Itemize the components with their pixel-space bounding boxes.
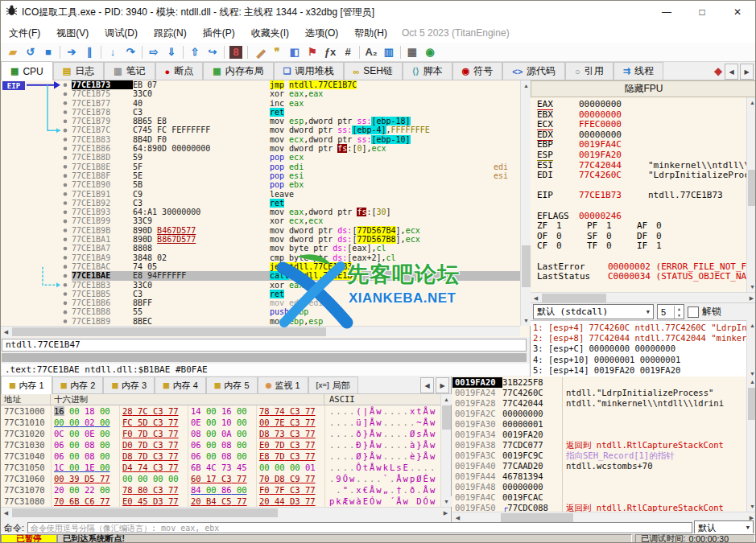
disasm-row[interactable]: 77CE1BAEE8 94FFFFFFcall ntdll.77CE1B47 — [1, 271, 520, 280]
dump-row[interactable]: 77C3104006 00 08 00D8 7D C3 7706 00 08 0… — [1, 450, 440, 462]
disasm-row[interactable]: 77CE1B9933C9xor ecx,ecx — [1, 216, 520, 225]
stack-row[interactable]: 0019FA3000000001 — [452, 419, 746, 430]
menu-item[interactable]: 跟踪(N) — [146, 27, 195, 40]
menu-item[interactable]: 文件(F) — [1, 27, 48, 40]
font-icon[interactable]: A₂ — [362, 44, 380, 60]
disasm-vscrollbar[interactable]: ▲▼ — [520, 80, 531, 326]
dump-scroll-right-button[interactable]: ▶ — [436, 377, 449, 393]
menu-item[interactable]: 选项(O) — [297, 27, 346, 40]
dump-row[interactable]: 77C310200C 00 0E 00F0 7D C3 7708 00 0A 0… — [1, 428, 440, 439]
register-row[interactable]: ZF1PF1AF0 — [537, 221, 746, 232]
register-row[interactable]: ECXFFEC0000 — [537, 120, 746, 130]
restart-icon[interactable]: ↺ — [22, 44, 39, 60]
register-row[interactable]: EIP77CE1B73ntdll.77CE1B73 — [537, 191, 746, 201]
dump-row[interactable]: 77C3108070 6B C6 77E0 45 D3 7720 B4 C5 7… — [1, 496, 440, 507]
calculator-icon[interactable]: ▦ — [403, 44, 421, 60]
stack-row[interactable]: 0019FA340019FA20 — [452, 430, 746, 440]
run-to-user-code-icon[interactable]: ↪ — [204, 44, 221, 60]
tab-log[interactable]: ▤日志 — [53, 62, 104, 80]
register-row[interactable]: EDX00000000 — [537, 130, 746, 141]
argument-row[interactable]: 3: [esp+C] 00000000 00000000 — [533, 343, 746, 354]
tab-watch-1[interactable]: ◉监视 1 — [258, 376, 308, 393]
tab-notes[interactable]: ▥笔记 — [104, 62, 155, 80]
stack-row[interactable]: 0019FA2031B225F8 — [452, 377, 746, 388]
disasm-hscrollbar[interactable]: ◀ — [1, 326, 520, 336]
favourites-icon[interactable]: ⚑ — [304, 44, 321, 60]
dump-row[interactable]: 77C3107020 00 22 0078 80 C3 7784 00 86 0… — [1, 484, 440, 496]
close-button[interactable]: ✕ — [720, 2, 755, 23]
trace-icon[interactable]: 8 — [229, 46, 242, 59]
step-into-icon[interactable]: ↓ — [104, 44, 122, 60]
disasm-row[interactable]: 77CE1BB98BECmov ebp,esp — [1, 317, 520, 326]
tab-threads[interactable]: ⇉线程 — [613, 62, 663, 80]
register-row[interactable] — [537, 282, 746, 292]
globe-icon[interactable]: ◉ — [421, 44, 439, 60]
disasm-row[interactable]: 77CE1B9364:A1 30000000mov eax,dword ptr … — [1, 208, 520, 216]
stack-row[interactable]: 0019FA2477C4260Cntdll."LdrpInitializePro… — [452, 388, 746, 398]
dump-row[interactable]: 77C3106000 39 D5 7700 00 00 0060 17 C3 7… — [1, 473, 440, 484]
argument-row[interactable]: 5: [esp+14] 0019FA20 0019FA20 — [533, 365, 746, 376]
run-icon[interactable]: ➔ — [63, 44, 81, 60]
stack-row[interactable]: 0019FA2C00000000 — [452, 409, 746, 419]
calling-convention-select[interactable]: 默认 (stdcall)▼ — [533, 304, 654, 319]
disasm-row[interactable]: 77CE1BB5C3ret — [1, 290, 520, 298]
dump-row[interactable]: 77C3103006 00 08 00D0 7D C3 7706 00 08 0… — [1, 439, 440, 450]
disasm-row[interactable]: 77CE1B7740inc eax — [1, 99, 520, 108]
menu-item[interactable]: 帮助(H) — [346, 27, 395, 40]
register-row[interactable]: EBP0019FA4C — [537, 140, 746, 150]
tab-dump-4[interactable]: ▦内存 4 — [155, 376, 206, 393]
disasm-row[interactable]: 77CE1B798B65 E8mov esp,dword ptr ss:[ebp… — [1, 117, 520, 125]
stack-row[interactable]: 0019FA2877C42044ntdll."minkernel\\ntdll\… — [452, 398, 746, 409]
expression-icon[interactable]: ƒx — [321, 44, 339, 60]
stack-row[interactable]: 0019FA3C0019FC9C指向SEH_Record[1]的指针 — [452, 450, 746, 461]
disasm-row[interactable]: 77CE1B91C9leave — [1, 190, 520, 199]
tab-breakpoints[interactable]: ●断点 — [155, 62, 204, 80]
argument-row[interactable]: 2: [esp+8] 77C42044 ntdll.77C42044 "mink… — [533, 333, 746, 343]
disasm-row[interactable]: 77CE1BB333C0xor eax,eax — [1, 281, 520, 290]
register-row[interactable]: CF0TF0IF1 — [537, 241, 746, 252]
registers-vscrollbar[interactable]: ▲▼ — [746, 97, 756, 292]
arg-count-stepper[interactable]: 5 ▲▼ — [657, 304, 684, 319]
disasm-row[interactable]: 77CE1B8E5Fpop ediedi — [1, 162, 520, 171]
register-row[interactable]: EDI77C4260C"LdrpInitializeProcess" — [537, 171, 746, 181]
stack-row[interactable]: 0019FA4077CAAD20ntdll.wcstombs+70 — [452, 461, 746, 471]
stop-icon[interactable]: ■ — [39, 44, 57, 60]
command-input[interactable] — [27, 522, 692, 533]
stack-row[interactable]: 0019FA4C0019FCAC — [452, 492, 746, 503]
tab-references[interactable]: ○引用 — [565, 62, 613, 80]
arguments-vscrollbar[interactable]: ▲▼ — [746, 320, 756, 379]
disasm-row[interactable]: 77CE1BB68BFFmov edi,edi — [1, 298, 520, 307]
tab-scroll-left-button[interactable]: ◀ — [725, 64, 738, 80]
pause-icon[interactable]: ∥ — [81, 44, 98, 60]
disasm-row[interactable]: 77CE1B9B890D B467D577mov dword ptr ds:[7… — [1, 226, 520, 235]
stack-row[interactable]: 0019FA50┌77CDC088返回到 ntdll.RtlCaptureSta… — [452, 503, 746, 512]
menu-item[interactable]: 收藏夹(I) — [243, 27, 297, 40]
disasm-row[interactable]: 77CE1B7CC745 FC FEFFFFFFmov dword ptr ss… — [1, 125, 520, 134]
tab-scroll-right-button[interactable]: ▶ — [740, 64, 754, 80]
disasm-row[interactable]: 77CE1B838B4D F0mov ecx,dword ptr ss:[ebp… — [1, 135, 520, 144]
disasm-row[interactable]: 77CE1BB855push ebp — [1, 307, 520, 316]
execute-till-return-icon[interactable]: ⇧ — [186, 44, 204, 60]
registers-hscrollbar[interactable]: ◀▶ — [531, 292, 756, 302]
menu-item[interactable]: 插件(P) — [195, 27, 243, 40]
disasm-row[interactable]: 77CE1B8664:890D 00000000mov dword ptr fs… — [1, 144, 520, 153]
hide-fpu-button[interactable]: 隐藏FPU — [531, 80, 756, 97]
argument-row[interactable]: 1: [esp+4] 77C4260C ntdll.77C4260C "Ldrp… — [533, 323, 746, 333]
dump-row[interactable]: 77C3100016 00 18 0028 7C C3 7714 00 16 0… — [1, 405, 440, 417]
stack-vscrollbar[interactable]: ▲▼ — [746, 376, 756, 512]
dump-scroll-left-button[interactable]: ◀ — [420, 377, 434, 393]
open-folder-icon[interactable]: ▰ — [4, 44, 22, 60]
dump-hscrollbar[interactable]: ◀▶ — [1, 507, 451, 517]
menu-item[interactable]: 视图(V) — [48, 27, 97, 40]
detach-icon[interactable]: ❖ — [713, 66, 723, 78]
disasm-row[interactable]: 77CE1B8F5Epop esiesi — [1, 171, 520, 180]
dump-row[interactable]: 77C310501C 00 1E 00D4 74 C3 776B 4C 73 4… — [1, 462, 440, 473]
disasm-row[interactable]: 77CE1BA78808mov byte ptr ds:[eax],cl — [1, 244, 520, 253]
maximize-button[interactable]: □ — [684, 2, 720, 23]
disasm-row[interactable]: 77CE1BA1890D B867D577mov dword ptr ds:[7… — [1, 235, 520, 244]
tab-dump-2[interactable]: ▦内存 2 — [52, 376, 104, 393]
disasm-row[interactable]: 77CE1B73EB 07jmp ntdll.77CE1B7C — [1, 80, 520, 89]
labels-icon[interactable]: ◧ — [286, 44, 304, 60]
argument-row[interactable]: 4: [esp+10] 00000001 00000001 — [533, 355, 746, 365]
tab-cpu[interactable]: ▦CPU — [1, 61, 53, 80]
